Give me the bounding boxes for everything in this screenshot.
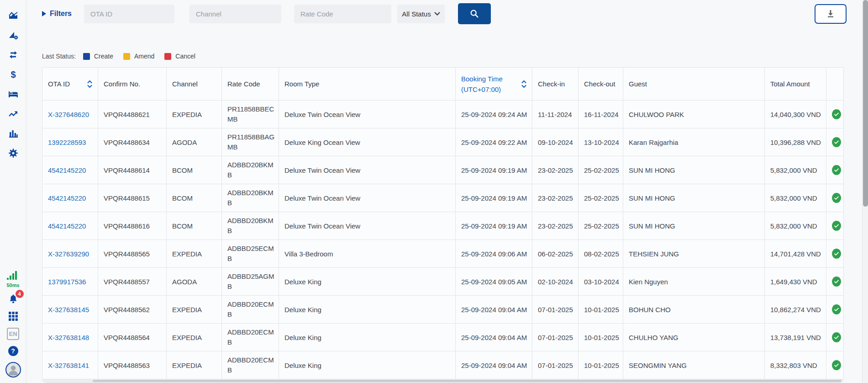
- sort-icon-ota-id[interactable]: [86, 80, 93, 89]
- check-out-cell: 10-01-2025: [579, 324, 623, 351]
- status-success-icon: [832, 249, 841, 259]
- trending-up-icon[interactable]: [8, 108, 19, 119]
- channel-cell: EXPEDIA: [167, 240, 222, 267]
- ota-id-input[interactable]: [84, 5, 174, 23]
- ota-id-link[interactable]: 1392228593: [48, 138, 86, 146]
- user-avatar[interactable]: [5, 362, 21, 378]
- vertical-scrollbar-thumb[interactable]: [863, 0, 868, 207]
- booking-time-tz-label: (UTC+07:00): [461, 86, 503, 93]
- notifications-bell-icon[interactable]: 4: [8, 294, 19, 305]
- header-booking-time: Booking Time (UTC+07:00): [456, 68, 532, 100]
- legend-item-cancel: Cancel: [164, 53, 195, 60]
- ota-id-link[interactable]: 4542145220: [48, 166, 86, 174]
- header-total-amount: Total Amount: [765, 68, 826, 100]
- total-amount-cell: 10,862,274 VND: [765, 296, 826, 323]
- confirm-no-cell: VPQR4488634: [98, 128, 167, 156]
- horizontal-scrollbar[interactable]: [42, 379, 844, 383]
- check-out-cell: 25-02-2025: [579, 156, 623, 184]
- total-amount-cell: 13,738,191 VND: [765, 324, 826, 351]
- settings-gear-icon[interactable]: [8, 148, 19, 159]
- language-selector[interactable]: EN: [7, 328, 19, 340]
- rate-code-cell: ADBBD20ECMB: [222, 296, 279, 323]
- person-icon: [6, 363, 20, 377]
- ota-id-link[interactable]: 4542145220: [48, 194, 86, 202]
- check-in-cell: 07-01-2025: [532, 296, 579, 323]
- total-amount-cell: 5,832,000 VND: [765, 212, 826, 239]
- total-amount-cell: 14,040,300 VND: [765, 101, 826, 128]
- vertical-scrollbar[interactable]: [862, 0, 868, 383]
- check-out-cell: 13-10-2024: [579, 128, 623, 156]
- rate-code-cell: ADBBD25ECMB: [222, 240, 279, 267]
- svg-text:$: $: [11, 69, 16, 80]
- main-content: Filters All Status Last Status: Create A…: [26, 0, 868, 383]
- ota-id-link[interactable]: 4542145220: [48, 222, 86, 230]
- filters-toggle[interactable]: Filters: [42, 10, 79, 18]
- guest-cell: Kien Nguyen: [623, 268, 765, 295]
- network-status: 50ms: [6, 270, 19, 288]
- bed-icon[interactable]: [8, 89, 19, 100]
- status-dropdown[interactable]: All Status: [397, 5, 445, 23]
- legend-cancel-label: Cancel: [175, 53, 195, 60]
- check-in-cell: 02-10-2024: [532, 268, 579, 295]
- ota-id-link[interactable]: 1379917536: [48, 278, 86, 286]
- legend-item-create: Create: [83, 53, 113, 60]
- sidebar-bottom: 50ms 4 EN ?: [5, 270, 21, 378]
- status-success-icon: [832, 360, 841, 370]
- rate-code-cell: ADBBD20ECMB: [222, 351, 279, 379]
- signal-bars-icon: [6, 270, 19, 282]
- header-confirm-no: Confirm No.: [98, 68, 167, 100]
- latency-label: 50ms: [6, 282, 19, 288]
- cancel-color-swatch: [164, 53, 171, 60]
- analytics-gear-icon[interactable]: [8, 30, 19, 41]
- bar-chart-icon[interactable]: [8, 128, 19, 139]
- sort-icon-booking-time[interactable]: [521, 80, 527, 89]
- legend-amend-label: Amend: [134, 53, 154, 60]
- guest-cell: SUN MI HONG: [623, 156, 765, 184]
- channel-cell: EXPEDIA: [167, 101, 222, 128]
- help-icon[interactable]: ?: [8, 346, 18, 356]
- horizontal-scrollbar-thumb[interactable]: [93, 380, 842, 382]
- ota-id-link[interactable]: X-327639290: [48, 250, 89, 258]
- ota-id-link[interactable]: X-327638145: [48, 306, 89, 314]
- search-icon: [469, 9, 479, 19]
- status-success-icon: [832, 137, 841, 147]
- channel-cell: EXPEDIA: [167, 351, 222, 379]
- total-amount-cell: 14,701,428 VND: [765, 240, 826, 267]
- header-room-type: Room Type: [279, 68, 456, 100]
- ota-id-link[interactable]: X-327638141: [48, 362, 89, 369]
- search-button[interactable]: [458, 3, 491, 24]
- apps-grid-icon[interactable]: [8, 311, 19, 322]
- confirm-no-cell: VPQR4488616: [98, 212, 167, 239]
- booking-time-cell: 25-09-2024 09:22 AM: [456, 128, 532, 156]
- filter-bar: Filters All Status: [42, 0, 868, 26]
- status-success-icon: [832, 193, 841, 203]
- channel-input[interactable]: [189, 5, 281, 23]
- total-amount-cell: 8,332,803 VND: [765, 351, 826, 379]
- total-amount-cell: 5,832,000 VND: [765, 156, 826, 184]
- table-row: X-327648620 VPQR4488621 EXPEDIA PR11858B…: [42, 101, 843, 128]
- check-out-cell: 16-11-2024: [579, 101, 623, 128]
- channel-cell: BCOM: [167, 184, 222, 212]
- amend-color-swatch: [123, 53, 130, 60]
- transfer-arrows-icon[interactable]: [8, 49, 19, 60]
- booking-time-cell: 25-09-2024 09:19 AM: [456, 184, 532, 212]
- legend-create-label: Create: [94, 53, 113, 60]
- total-amount-cell: 1,649,430 VND: [765, 268, 826, 295]
- ota-id-link[interactable]: X-327638148: [48, 334, 89, 341]
- channel-cell: EXPEDIA: [167, 324, 222, 351]
- sidebar-nav: $: [8, 10, 19, 159]
- header-ota-id-label: OTA ID: [48, 80, 70, 88]
- download-button[interactable]: [815, 4, 847, 24]
- status-dropdown-value: All Status: [402, 10, 431, 18]
- guest-cell: CHULWOO PARK: [623, 101, 765, 128]
- area-chart-icon[interactable]: [8, 10, 19, 21]
- booking-time-cell: 25-09-2024 09:04 AM: [456, 324, 532, 351]
- header-rate-code: Rate Code: [222, 68, 279, 100]
- dollar-icon[interactable]: $: [8, 69, 19, 80]
- rate-code-input[interactable]: [294, 5, 391, 23]
- confirm-no-cell: VPQR4488564: [98, 324, 167, 351]
- ota-id-link[interactable]: X-327648620: [48, 111, 89, 118]
- check-out-cell: 03-10-2024: [579, 268, 623, 295]
- header-channel: Channel: [167, 68, 222, 100]
- notification-badge: 4: [16, 290, 24, 298]
